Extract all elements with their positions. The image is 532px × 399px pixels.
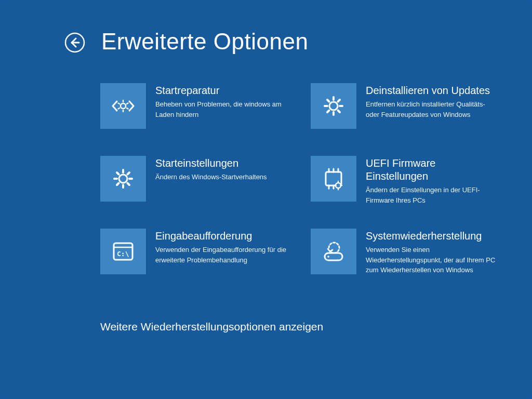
option-desc: Verwenden Sie einen Wiederherstellungspu… xyxy=(366,245,498,275)
option-desc: Beheben von Problemen, die windows am La… xyxy=(155,99,288,119)
more-recovery-options-link[interactable]: Weitere Wiederherstellungsoptionen anzei… xyxy=(100,321,323,333)
option-command-prompt[interactable]: C:\ Eingabeaufforderung Verwenden der Ei… xyxy=(100,229,295,281)
gear-icon xyxy=(108,164,138,194)
startup-repair-tile xyxy=(100,83,146,129)
options-grid: Startreparatur Beheben von Problemen, di… xyxy=(100,83,506,281)
svg-point-4 xyxy=(119,175,127,183)
option-text: Startreparatur Beheben von Problemen, di… xyxy=(155,83,288,119)
option-startup-repair[interactable]: Startreparatur Beheben von Problemen, di… xyxy=(100,83,295,135)
option-title: Deinstallieren von Updates xyxy=(366,84,498,97)
option-title: Systemwiederherstellung xyxy=(366,230,498,243)
option-title: UEFI Firmware Einstellungen xyxy=(366,157,498,183)
back-button[interactable] xyxy=(64,32,85,53)
cmd-tile: C:\ xyxy=(100,229,146,274)
option-text: UEFI Firmware Einstellungen Ändern der E… xyxy=(366,156,498,205)
svg-rect-10 xyxy=(325,253,342,260)
option-system-restore[interactable]: Systemwiederherstellung Verwenden Sie ei… xyxy=(311,229,506,281)
option-desc: Ändern der Einstellungen in der UEFI-Fir… xyxy=(366,185,498,205)
back-arrow-icon xyxy=(64,32,85,53)
option-uefi-firmware[interactable]: UEFI Firmware Einstellungen Ändern der E… xyxy=(311,156,506,208)
uninstall-updates-tile xyxy=(311,83,356,129)
code-gear-icon xyxy=(108,91,138,121)
option-startup-settings[interactable]: Starteinstellungen Ändern des Windows-St… xyxy=(100,156,295,208)
option-desc: Entfernen kürzlich installierter Qualitä… xyxy=(366,99,498,119)
option-uninstall-updates[interactable]: Deinstallieren von Updates Entfernen kür… xyxy=(311,83,506,135)
svg-point-3 xyxy=(329,102,338,110)
advanced-options-screen: Erweiterte Optionen Startreparatur Beheb… xyxy=(0,0,532,399)
option-title: Eingabeaufforderung xyxy=(155,230,288,243)
startup-settings-tile xyxy=(100,156,146,202)
option-desc: Verwenden der Eingabeaufforderung für di… xyxy=(155,245,288,265)
system-restore-tile xyxy=(311,229,356,274)
option-text: Starteinstellungen Ändern des Windows-St… xyxy=(155,156,267,182)
uefi-tile xyxy=(311,156,356,202)
option-text: Systemwiederherstellung Verwenden Sie ei… xyxy=(366,229,498,275)
terminal-icon: C:\ xyxy=(108,236,138,267)
option-title: Starteinstellungen xyxy=(155,157,267,170)
chip-gear-icon xyxy=(318,164,349,194)
svg-point-11 xyxy=(327,256,329,258)
svg-text:C:\: C:\ xyxy=(117,250,129,258)
option-text: Deinstallieren von Updates Entfernen kür… xyxy=(366,83,498,119)
option-title: Startreparatur xyxy=(155,84,288,97)
gear-icon xyxy=(318,91,349,121)
option-text: Eingabeaufforderung Verwenden der Eingab… xyxy=(155,229,288,265)
restore-icon xyxy=(318,236,349,267)
page-title: Erweiterte Optionen xyxy=(101,29,308,55)
option-desc: Ändern des Windows-Startverhaltens xyxy=(155,172,267,182)
svg-point-2 xyxy=(121,103,126,109)
